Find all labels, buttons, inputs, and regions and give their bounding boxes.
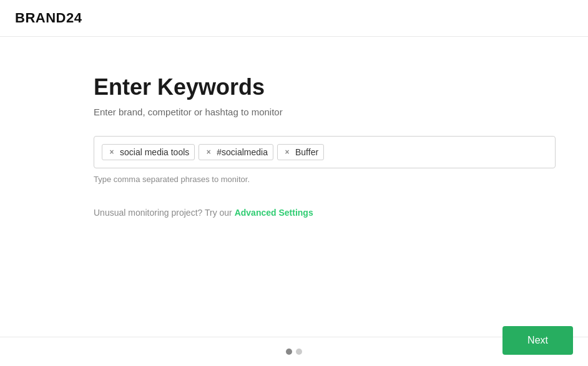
keyword-remove-button[interactable]: × — [204, 148, 213, 157]
pagination-dots — [286, 349, 302, 355]
keyword-tag-label: social media tools — [120, 147, 189, 157]
helper-text: Type comma separated phrases to monitor. — [94, 175, 588, 184]
brand-logo: BRAND24 — [15, 10, 573, 26]
pagination-dot-2 — [296, 349, 302, 355]
keyword-input-field[interactable] — [328, 147, 547, 157]
keyword-remove-button[interactable]: × — [107, 148, 116, 157]
page-title: Enter Keywords — [94, 74, 588, 100]
main-content: Enter Keywords Enter brand, competitor o… — [0, 37, 588, 218]
footer: Next — [0, 337, 588, 366]
header: BRAND24 — [0, 0, 588, 37]
next-button[interactable]: Next — [502, 326, 573, 355]
advanced-prefix-text: Unusual monitoring project? Try our — [94, 208, 235, 218]
keyword-tag-label: #socialmedia — [217, 147, 268, 157]
keyword-tag: ×social media tools — [102, 144, 195, 160]
keywords-input-container[interactable]: ×social media tools×#socialmedia×Buffer — [94, 136, 556, 168]
keyword-tag-label: Buffer — [295, 147, 318, 157]
keyword-tag: ×#socialmedia — [198, 144, 273, 160]
advanced-settings-link[interactable]: Advanced Settings — [235, 208, 313, 218]
page-subtitle: Enter brand, competitor or hashtag to mo… — [94, 107, 588, 117]
pagination-dot-1 — [286, 349, 292, 355]
advanced-section: Unusual monitoring project? Try our Adva… — [94, 208, 588, 218]
keyword-tag: ×Buffer — [277, 144, 324, 160]
keyword-remove-button[interactable]: × — [283, 148, 292, 157]
